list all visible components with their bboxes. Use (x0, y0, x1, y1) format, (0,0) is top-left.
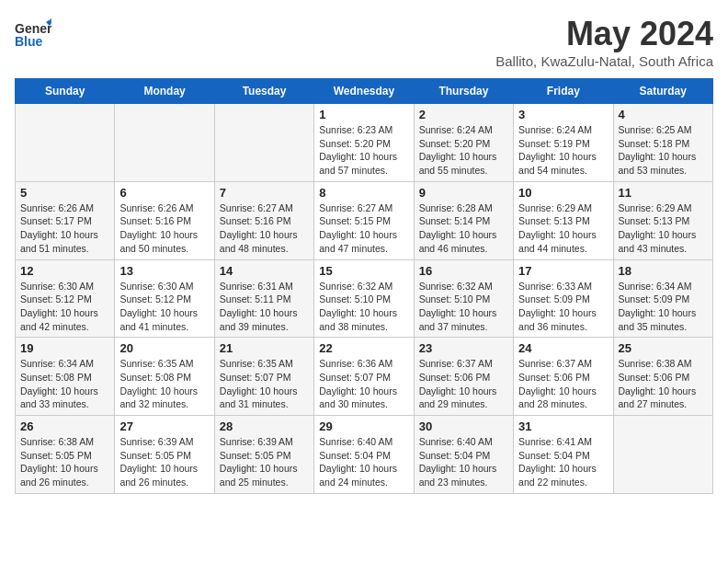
day-info: Sunrise: 6:23 AMSunset: 5:20 PMDaylight:… (319, 123, 408, 178)
day-number: 13 (119, 264, 209, 278)
day-header-friday: Friday (514, 79, 613, 104)
day-cell-25: 25Sunrise: 6:38 AMSunset: 5:06 PMDayligh… (613, 338, 712, 416)
day-cell-27: 27Sunrise: 6:39 AMSunset: 5:05 PMDayligh… (115, 416, 214, 494)
title-area: May 2024 Ballito, KwaZulu-Natal, South A… (495, 15, 713, 69)
day-info: Sunrise: 6:36 AMSunset: 5:07 PMDaylight:… (319, 357, 408, 411)
day-info: Sunrise: 6:27 AMSunset: 5:15 PMDaylight:… (319, 201, 408, 256)
day-cell-19: 19Sunrise: 6:34 AMSunset: 5:08 PMDayligh… (16, 338, 115, 416)
day-info: Sunrise: 6:35 AMSunset: 5:07 PMDaylight:… (220, 357, 309, 411)
day-cell-13: 13Sunrise: 6:30 AMSunset: 5:12 PMDayligh… (115, 259, 214, 338)
day-cell-22: 22Sunrise: 6:36 AMSunset: 5:07 PMDayligh… (314, 338, 414, 416)
day-cell-20: 20Sunrise: 6:35 AMSunset: 5:08 PMDayligh… (115, 338, 214, 416)
main-title: May 2024 (495, 15, 713, 53)
day-cell-1: 1Sunrise: 6:23 AMSunset: 5:20 PMDaylight… (314, 104, 414, 182)
day-number: 11 (619, 186, 708, 200)
day-cell-8: 8Sunrise: 6:27 AMSunset: 5:15 PMDaylight… (314, 181, 414, 259)
day-number: 20 (119, 341, 209, 355)
day-info: Sunrise: 6:37 AMSunset: 5:06 PMDaylight:… (419, 357, 508, 411)
calendar-table: SundayMondayTuesdayWednesdayThursdayFrid… (15, 78, 713, 494)
week-row-1: 1Sunrise: 6:23 AMSunset: 5:20 PMDaylight… (16, 104, 713, 182)
day-number: 19 (20, 341, 109, 355)
subtitle: Ballito, KwaZulu-Natal, South Africa (495, 53, 713, 69)
day-cell-14: 14Sunrise: 6:31 AMSunset: 5:11 PMDayligh… (214, 259, 313, 338)
day-info: Sunrise: 6:28 AMSunset: 5:14 PMDaylight:… (419, 201, 508, 256)
day-header-sunday: Sunday (16, 79, 115, 104)
logo-icon: General Blue (15, 15, 51, 52)
day-number: 1 (319, 108, 408, 121)
day-number: 15 (319, 264, 408, 278)
logo: General Blue (15, 15, 51, 52)
day-number: 29 (319, 419, 408, 433)
week-row-3: 12Sunrise: 6:30 AMSunset: 5:12 PMDayligh… (16, 259, 713, 338)
day-info: Sunrise: 6:31 AMSunset: 5:11 PMDaylight:… (220, 280, 309, 334)
day-number: 8 (319, 186, 408, 200)
day-cell-10: 10Sunrise: 6:29 AMSunset: 5:13 PMDayligh… (514, 181, 613, 259)
day-info: Sunrise: 6:33 AMSunset: 5:09 PMDaylight:… (518, 280, 608, 334)
day-cell-4: 4Sunrise: 6:25 AMSunset: 5:18 PMDaylight… (613, 104, 712, 182)
day-info: Sunrise: 6:26 AMSunset: 5:16 PMDaylight:… (119, 201, 209, 256)
day-cell-29: 29Sunrise: 6:40 AMSunset: 5:04 PMDayligh… (314, 416, 414, 494)
empty-cell (115, 104, 214, 182)
empty-cell (613, 416, 712, 494)
day-number: 7 (220, 186, 309, 200)
day-number: 14 (220, 264, 309, 278)
day-info: Sunrise: 6:27 AMSunset: 5:16 PMDaylight:… (220, 201, 309, 256)
day-info: Sunrise: 6:41 AMSunset: 5:04 PMDaylight:… (518, 435, 608, 489)
day-number: 25 (619, 341, 708, 355)
day-cell-5: 5Sunrise: 6:26 AMSunset: 5:17 PMDaylight… (16, 181, 115, 259)
week-row-4: 19Sunrise: 6:34 AMSunset: 5:08 PMDayligh… (16, 338, 713, 416)
day-number: 22 (319, 341, 408, 355)
day-cell-11: 11Sunrise: 6:29 AMSunset: 5:13 PMDayligh… (613, 181, 712, 259)
day-number: 30 (419, 419, 508, 433)
day-number: 4 (619, 108, 708, 121)
day-cell-17: 17Sunrise: 6:33 AMSunset: 5:09 PMDayligh… (514, 259, 613, 338)
day-info: Sunrise: 6:30 AMSunset: 5:12 PMDaylight:… (20, 280, 109, 334)
day-number: 27 (119, 419, 209, 433)
day-info: Sunrise: 6:40 AMSunset: 5:04 PMDaylight:… (419, 435, 508, 489)
day-info: Sunrise: 6:24 AMSunset: 5:19 PMDaylight:… (518, 123, 608, 178)
day-info: Sunrise: 6:39 AMSunset: 5:05 PMDaylight:… (119, 435, 209, 489)
week-row-5: 26Sunrise: 6:38 AMSunset: 5:05 PMDayligh… (16, 416, 713, 494)
day-header-saturday: Saturday (613, 79, 712, 104)
day-number: 26 (20, 419, 109, 433)
day-number: 23 (419, 341, 508, 355)
day-number: 10 (518, 186, 608, 200)
day-info: Sunrise: 6:37 AMSunset: 5:06 PMDaylight:… (518, 357, 608, 411)
day-cell-24: 24Sunrise: 6:37 AMSunset: 5:06 PMDayligh… (514, 338, 613, 416)
day-cell-28: 28Sunrise: 6:39 AMSunset: 5:05 PMDayligh… (214, 416, 313, 494)
day-info: Sunrise: 6:39 AMSunset: 5:05 PMDaylight:… (220, 435, 309, 489)
day-cell-26: 26Sunrise: 6:38 AMSunset: 5:05 PMDayligh… (16, 416, 115, 494)
day-number: 28 (220, 419, 309, 433)
day-cell-30: 30Sunrise: 6:40 AMSunset: 5:04 PMDayligh… (414, 416, 513, 494)
day-number: 6 (119, 186, 209, 200)
day-header-monday: Monday (115, 79, 214, 104)
day-number: 12 (20, 264, 109, 278)
day-info: Sunrise: 6:24 AMSunset: 5:20 PMDaylight:… (419, 123, 508, 178)
day-info: Sunrise: 6:35 AMSunset: 5:08 PMDaylight:… (119, 357, 209, 411)
day-info: Sunrise: 6:26 AMSunset: 5:17 PMDaylight:… (20, 201, 109, 256)
days-of-week-row: SundayMondayTuesdayWednesdayThursdayFrid… (16, 79, 713, 104)
day-cell-7: 7Sunrise: 6:27 AMSunset: 5:16 PMDaylight… (214, 181, 313, 259)
day-cell-6: 6Sunrise: 6:26 AMSunset: 5:16 PMDaylight… (115, 181, 214, 259)
day-number: 3 (518, 108, 608, 121)
day-cell-18: 18Sunrise: 6:34 AMSunset: 5:09 PMDayligh… (613, 259, 712, 338)
day-info: Sunrise: 6:38 AMSunset: 5:05 PMDaylight:… (20, 435, 109, 489)
day-number: 16 (419, 264, 508, 278)
day-number: 9 (419, 186, 508, 200)
empty-cell (214, 104, 313, 182)
day-info: Sunrise: 6:34 AMSunset: 5:09 PMDaylight:… (619, 280, 708, 334)
day-info: Sunrise: 6:40 AMSunset: 5:04 PMDaylight:… (319, 435, 408, 489)
day-cell-15: 15Sunrise: 6:32 AMSunset: 5:10 PMDayligh… (314, 259, 414, 338)
empty-cell (16, 104, 115, 182)
day-cell-23: 23Sunrise: 6:37 AMSunset: 5:06 PMDayligh… (414, 338, 513, 416)
day-number: 21 (220, 341, 309, 355)
day-header-thursday: Thursday (414, 79, 513, 104)
day-number: 31 (518, 419, 608, 433)
day-cell-21: 21Sunrise: 6:35 AMSunset: 5:07 PMDayligh… (214, 338, 313, 416)
day-cell-12: 12Sunrise: 6:30 AMSunset: 5:12 PMDayligh… (16, 259, 115, 338)
day-info: Sunrise: 6:34 AMSunset: 5:08 PMDaylight:… (20, 357, 109, 411)
day-info: Sunrise: 6:29 AMSunset: 5:13 PMDaylight:… (619, 201, 708, 256)
day-header-wednesday: Wednesday (314, 79, 414, 104)
day-number: 17 (518, 264, 608, 278)
day-info: Sunrise: 6:32 AMSunset: 5:10 PMDaylight:… (419, 280, 508, 334)
